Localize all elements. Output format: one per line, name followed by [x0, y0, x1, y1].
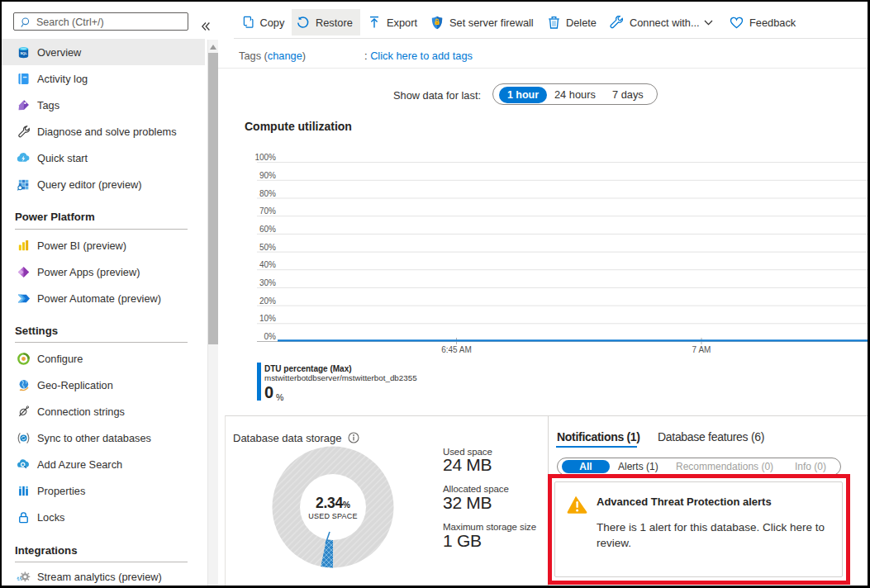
svg-text:80%: 80% — [259, 189, 276, 198]
svg-text:6:45 AM: 6:45 AM — [441, 345, 472, 354]
svg-text:40%: 40% — [259, 260, 276, 269]
svg-text:10%: 10% — [259, 314, 276, 323]
svg-text:30%: 30% — [259, 278, 276, 287]
svg-text:100%: 100% — [254, 153, 276, 162]
svg-text:7 AM: 7 AM — [692, 345, 711, 354]
svg-text:SQL: SQL — [20, 50, 27, 55]
svg-text:20%: 20% — [259, 296, 276, 306]
svg-text:60%: 60% — [259, 225, 276, 234]
svg-text:90%: 90% — [259, 171, 276, 180]
svg-text:50%: 50% — [259, 243, 276, 252]
svg-text:0%: 0% — [264, 332, 277, 341]
svg-text:70%: 70% — [259, 206, 276, 216]
